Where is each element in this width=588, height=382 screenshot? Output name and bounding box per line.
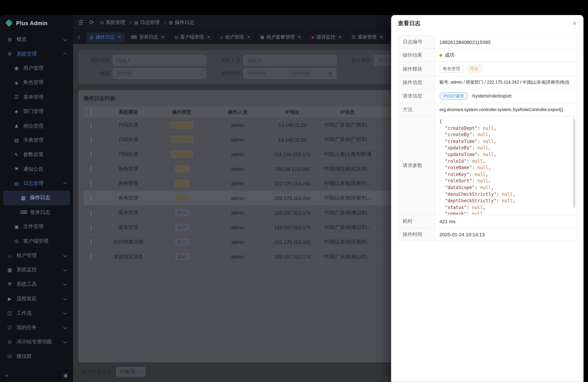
cell-type: 新增 (158, 238, 206, 246)
tab-7[interactable]: ☰菜单管理✕ (348, 32, 387, 42)
sidebar-item-role-management[interactable]: ◈角色管理 (3, 75, 70, 90)
close-tab-icon[interactable]: ✕ (379, 35, 383, 40)
pin-sidebar-icon[interactable]: ▣ (63, 372, 68, 378)
tab-5[interactable]: ▦租户套餐管理✕ (257, 32, 305, 42)
sidebar-item-demo-features[interactable]: ⊙演示站专用功能 (3, 335, 70, 349)
close-tab-icon[interactable]: ✕ (207, 35, 210, 40)
cell-operator: admin (206, 225, 270, 230)
close-tab-icon[interactable]: ✕ (118, 35, 121, 40)
sidebar-item-dept-management[interactable]: ♣部门管理 (3, 104, 70, 119)
post-icon: ♟ (14, 123, 20, 128)
sidebar-item-wechat-group[interactable]: ☏微信群 (3, 349, 70, 363)
operator-input[interactable] (243, 55, 336, 66)
tab-6[interactable]: ◆缓存监控✕ (307, 32, 346, 42)
json-null-value: null (502, 191, 513, 197)
row-checkbox[interactable] (91, 166, 92, 172)
row-checkbox[interactable] (91, 224, 92, 231)
desc-label: 耗时 (398, 215, 435, 228)
sidebar-item-tenant-management[interactable]: ⌂租户管理 (3, 248, 70, 263)
close-tab-icon[interactable]: ✕ (298, 35, 301, 40)
sidebar-item-file-management[interactable]: ▣文件管理 (3, 219, 70, 234)
cell-type: 新增 (158, 224, 206, 231)
breadcrumb-item[interactable]: ▥操作日志 (169, 19, 194, 26)
desc-label: 操作时间 (398, 228, 435, 241)
sidebar-item-my-tasks[interactable]: ☑我的任务 (3, 320, 70, 335)
sidebar-item-system-monitor[interactable]: ▦系统监控 (3, 263, 70, 277)
sidebar-item-param-settings[interactable]: ✎参数设置 (3, 148, 70, 162)
type-select-placeholder: 请选择 (378, 57, 393, 64)
filter-operator: 操作人员 (214, 55, 336, 66)
sidebar-item-log-management[interactable]: ▤日志管理 (3, 176, 70, 191)
cell-type: 导出 (158, 194, 206, 202)
cell-ip-info: 中国|广东省|佛山市|... (315, 209, 380, 216)
row-checkbox[interactable] (91, 136, 92, 143)
breadcrumb-item[interactable]: ⊡系统管理 (100, 19, 125, 26)
desc-label: 请求参数 (398, 116, 435, 215)
checkbox-cell (84, 166, 99, 171)
close-tab-icon[interactable]: ✕ (161, 35, 165, 40)
tab-label: 菜单管理 (358, 34, 377, 40)
tab-2[interactable]: ⌨登录日志✕ (127, 32, 168, 42)
sidebar-item-user-management[interactable]: ◉用户管理 (3, 61, 70, 75)
chevron-down-icon (63, 297, 67, 300)
row-checkbox[interactable] (91, 239, 92, 245)
tab-1[interactable]: ▥操作日志✕ (86, 32, 125, 42)
page-size-select[interactable]: 10条/页 (116, 367, 146, 377)
json-key: "updateBy" (440, 145, 472, 150)
json-key: "roleName" (440, 165, 472, 170)
row-checkbox[interactable] (91, 122, 92, 128)
start-date-placeholder: 开始日期 (248, 70, 282, 77)
collapse-sidebar-icon[interactable]: « (5, 372, 8, 378)
sidebar-item-system-management[interactable]: ⚙系统管理 (3, 47, 70, 61)
sidebar-item-system-tools[interactable]: ⚒系统工具 (3, 277, 70, 292)
cell-ip: 120.197.212.174 (270, 254, 315, 259)
tab-3[interactable]: ◎客户端管理✕ (171, 32, 214, 42)
close-tab-icon[interactable]: ✕ (247, 35, 251, 40)
tab-4[interactable]: ⌂租户管理✕ (217, 32, 254, 42)
row-checkbox[interactable] (91, 210, 92, 216)
sidebar-item-menu-management[interactable]: ☰菜单管理 (3, 90, 70, 104)
drawer-body: 日志编号1882612840802115585操作结果成功操作模块角色管理导出操… (391, 32, 584, 382)
time-range-picker[interactable]: 开始日期 → 结束日期 ▦ (243, 68, 336, 79)
type-tag: 新增 (175, 224, 189, 231)
row-checkbox[interactable] (91, 195, 92, 201)
hamburger-icon[interactable]: ☰ (78, 19, 84, 26)
sidebar-item-client-management[interactable]: ◎客户端管理 (3, 234, 70, 248)
sidebar-item-process-start[interactable]: ▶流程发起 (3, 292, 70, 306)
close-tab-icon[interactable]: ✕ (338, 35, 342, 40)
row-checkbox[interactable] (91, 254, 92, 260)
refresh-icon[interactable]: ⟳ (89, 19, 94, 26)
status-select[interactable]: 请选择 (113, 68, 206, 79)
json-null-value: null (477, 178, 488, 184)
module-input[interactable] (113, 55, 206, 66)
close-icon[interactable]: ✕ (572, 20, 577, 26)
file-icon: ▣ (14, 224, 20, 229)
sidebar-item-workflow[interactable]: ◫工作流 (3, 306, 70, 320)
sidebar-item-dict-management[interactable]: ▤字典管理 (3, 133, 70, 147)
scrollbar-thumb[interactable] (573, 119, 575, 208)
client-icon: ◎ (14, 238, 20, 244)
desc-value-text: 1882612840802115585 (440, 39, 491, 45)
filter-status: 状态 请选择 (84, 68, 206, 79)
logo[interactable]: Plus Admin (0, 15, 73, 31)
sidebar-item-login-log[interactable]: ⌨登录日志 (3, 205, 70, 219)
cell-type: 生成代码 (158, 136, 206, 143)
row-checkbox[interactable] (91, 180, 92, 187)
tabs-scroll-left-icon[interactable] (77, 36, 82, 38)
sidebar-item-label: 系统监控 (17, 266, 37, 273)
breadcrumb-item[interactable]: ▤日志管理 (134, 19, 160, 26)
sidebar-item-notice-announcement[interactable]: ⚑通知公告 (3, 162, 70, 176)
cell-type: 生成代码 (158, 150, 206, 158)
select-all-checkbox[interactable] (91, 109, 92, 115)
chevron-down-icon (63, 311, 67, 315)
gear-icon: ⚙ (7, 51, 13, 57)
sidebar-item-label: 文件管理 (23, 223, 43, 230)
json-key: "dataScope" (440, 185, 475, 190)
sidebar-item-operation-log[interactable]: ▥操作日志 (3, 191, 70, 205)
sidebar-item-post-management[interactable]: ♟岗位管理 (3, 119, 70, 133)
sidebar-item-overview[interactable]: ⊞概览 (3, 32, 70, 46)
logo-text: Plus Admin (16, 20, 48, 26)
request-params-code[interactable]: { "createDept": null, "createBy": null, … (435, 116, 576, 215)
cell-ip-info: 中国|山东省|济南市|... (315, 180, 380, 187)
row-checkbox[interactable] (91, 151, 92, 157)
